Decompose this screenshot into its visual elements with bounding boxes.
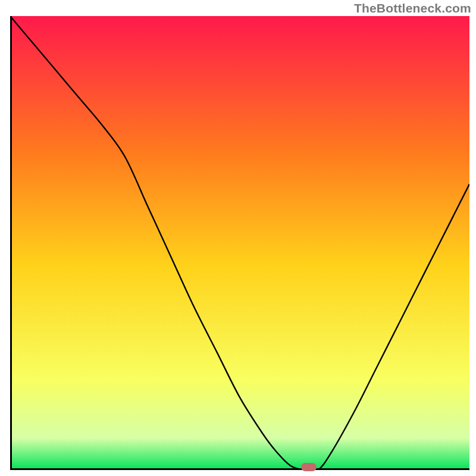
curve-layer bbox=[10, 16, 469, 470]
plot-area bbox=[10, 16, 469, 470]
bottleneck-curve bbox=[10, 16, 469, 470]
bottleneck-chart: TheBottleneck.com bbox=[0, 0, 476, 476]
optimal-point-marker bbox=[301, 463, 317, 471]
watermark-text: TheBottleneck.com bbox=[354, 1, 471, 15]
